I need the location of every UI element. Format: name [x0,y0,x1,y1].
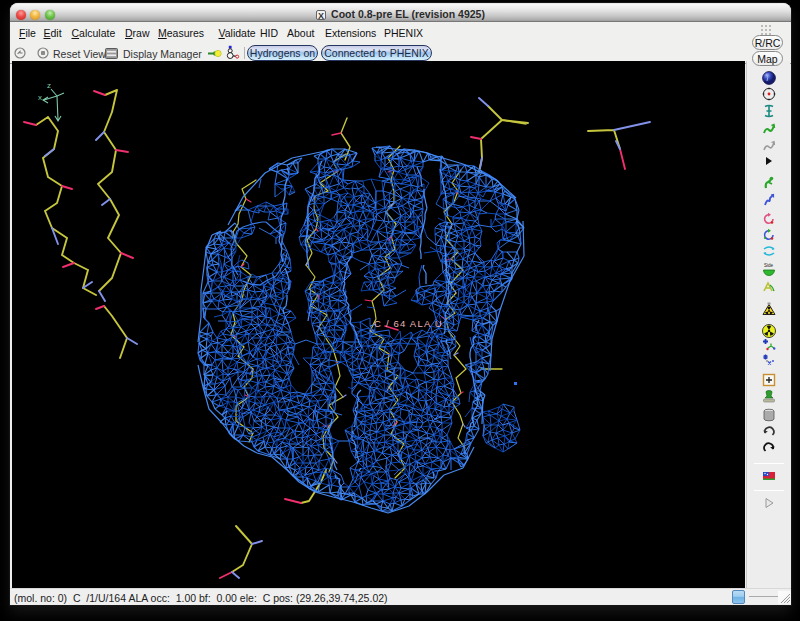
svg-text:z: z [47,81,51,90]
svg-text:Side: Side [764,263,774,268]
svg-text:C / 64 ALA U: C / 64 ALA U [374,318,443,329]
svg-text:x: x [38,93,42,102]
